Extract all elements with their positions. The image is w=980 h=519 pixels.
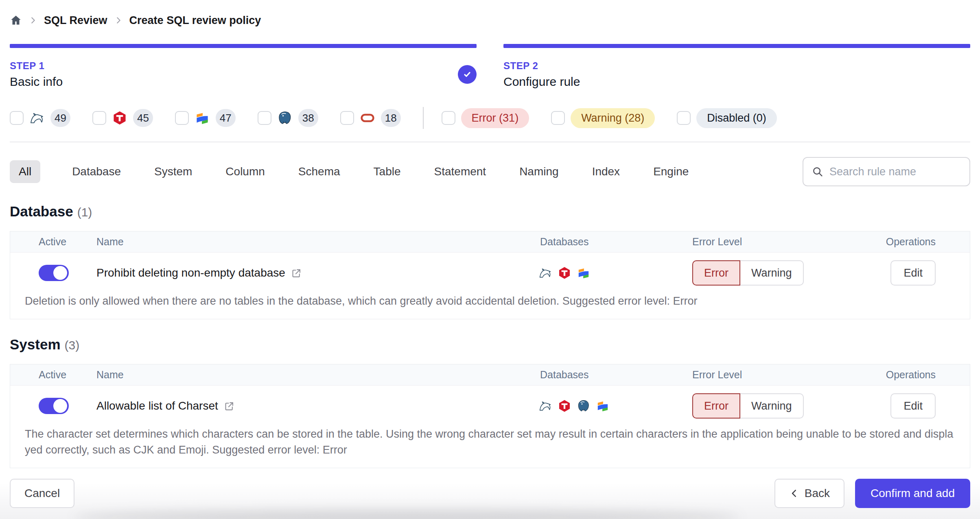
header-operations: Operations [877,369,970,381]
filter-mysql: 49 [10,109,70,127]
rule-engines [537,266,692,280]
oceanbase-checkbox[interactable] [175,111,189,125]
postgresql-checkbox[interactable] [258,111,271,125]
create-sql-review-policy-page: SQL Review Create SQL review policy STEP… [0,0,980,508]
rule-name: Prohibit deleting non-empty database [96,266,285,279]
filter-disabled: Disabled (0) [677,108,777,128]
tidb-icon [112,110,127,126]
check-circle-icon [458,65,477,84]
chevron-right-icon [28,16,37,25]
postgresql-count-badge: 38 [298,109,318,127]
chevron-right-icon [114,16,123,25]
header-name: Name [96,236,537,248]
database-rules-table: Active Name Databases Error Level Operat… [10,231,970,319]
rule-name: Allowable list of Charset [96,399,218,412]
home-icon[interactable] [10,14,22,26]
edit-button[interactable]: Edit [890,393,936,419]
warning-count-pill: Warning (28) [571,108,655,128]
error-level-error-button[interactable]: Error [692,260,740,286]
tab-system[interactable]: System [153,160,194,183]
step-1-label: STEP 1 [10,60,63,72]
step-2-title: Configure rule [503,75,580,89]
filter-bar: 49 45 47 38 18 Error (31) War [10,107,970,129]
system-rules-table: Active Name Databases Error Level Operat… [10,364,970,468]
disabled-count-pill: Disabled (0) [696,108,777,128]
breadcrumb-create-policy: Create SQL review policy [129,14,261,27]
step-1: STEP 1 Basic info [10,44,477,89]
step-1-progress-bar [10,44,477,48]
oceanbase-icon [195,110,210,126]
back-button[interactable]: Back [774,479,844,508]
section-database-label: Database [10,203,73,219]
filter-warning: Warning (28) [551,108,655,128]
disabled-checkbox[interactable] [677,111,691,125]
oracle-icon [360,110,375,126]
tab-column[interactable]: Column [224,160,266,183]
rule-active-toggle[interactable] [39,265,69,281]
toggle-knob [53,399,67,413]
header-databases: Databases [537,369,692,381]
section-database-count: (1) [77,205,92,219]
tab-engine[interactable]: Engine [652,160,690,183]
error-level-segmented: Error Warning [692,260,877,286]
filter-postgresql: 38 [258,109,318,127]
oceanbase-count-badge: 47 [216,109,236,127]
filter-divider [423,107,424,129]
tab-database[interactable]: Database [70,160,122,183]
postgresql-icon [577,399,591,413]
tab-index[interactable]: Index [591,160,622,183]
error-level-warning-button[interactable]: Warning [740,260,804,286]
breadcrumb-sql-review[interactable]: SQL Review [44,14,107,27]
header-error-level: Error Level [692,236,877,248]
oracle-checkbox[interactable] [340,111,354,125]
mysql-icon [538,266,552,280]
oceanbase-icon [596,399,610,413]
header-name: Name [96,369,537,381]
error-level-segmented: Error Warning [692,393,877,419]
bottom-shadow [73,510,741,519]
error-level-warning-button[interactable]: Warning [740,393,804,419]
error-checkbox[interactable] [442,111,455,125]
tidb-count-badge: 45 [133,109,153,127]
tidb-checkbox[interactable] [92,111,106,125]
footer-action-bar: Cancel Back Confirm and add [10,479,970,508]
search-icon [812,166,824,178]
step-2: STEP 2 Configure rule [503,44,970,89]
oracle-count-badge: 18 [381,109,401,127]
header-active: Active [10,236,96,248]
tab-schema[interactable]: Schema [297,160,342,183]
table-row: Prohibit deleting non-empty database Err… [10,253,970,293]
filter-oceanbase: 47 [175,109,236,127]
mysql-icon [29,110,45,126]
mysql-checkbox[interactable] [10,111,24,125]
stepper: STEP 1 Basic info STEP 2 Configure rule [10,44,970,89]
rule-active-toggle[interactable] [39,398,69,414]
breadcrumb: SQL Review Create SQL review policy [10,11,970,30]
table-header-row: Active Name Databases Error Level Operat… [10,364,970,386]
section-title-database: Database(1) [10,203,970,220]
cancel-button[interactable]: Cancel [10,479,74,508]
external-link-icon[interactable] [224,401,235,412]
tidb-icon [558,266,571,280]
section-title-system: System(3) [10,336,970,353]
edit-button[interactable]: Edit [890,260,936,286]
tidb-icon [558,399,571,413]
tab-statement[interactable]: Statement [433,160,488,183]
tab-naming[interactable]: Naming [518,160,560,183]
toggle-knob [53,266,67,280]
confirm-and-add-button[interactable]: Confirm and add [855,479,970,508]
header-databases: Databases [537,236,692,248]
rule-description: Deletion is only allowed when there are … [10,293,970,319]
warning-checkbox[interactable] [551,111,565,125]
external-link-icon[interactable] [291,268,302,279]
filter-error: Error (31) [442,108,529,128]
tab-table[interactable]: Table [372,160,402,183]
step-2-progress-bar [503,44,970,48]
tab-all[interactable]: All [10,160,40,183]
error-level-error-button[interactable]: Error [692,393,740,419]
header-error-level: Error Level [692,369,877,381]
oceanbase-icon [577,266,591,280]
search-input[interactable] [829,166,961,178]
filter-oracle: 18 [340,109,401,127]
category-tab-bar: All Database System Column Schema Table … [10,157,970,186]
